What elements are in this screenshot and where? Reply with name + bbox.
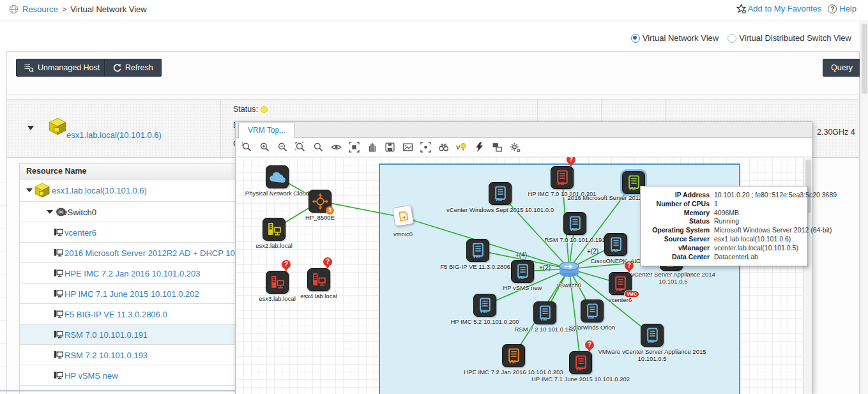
query-button[interactable]: Query xyxy=(823,59,861,77)
node-hpvsms[interactable]: VMHP vSMS new xyxy=(511,260,534,283)
view-radio-label-1[interactable]: Virtual Distributed Switch View xyxy=(739,33,851,43)
tree-label[interactable]: F5 BIG-IP VE 11.3.0.2806.0 xyxy=(65,309,167,319)
tree-row-2016-microsoft-server-2012r2-ad-dhcp-10-[interactable]: 2016 Microsoft Server 2012R2 AD + DHCP 1… xyxy=(20,243,238,263)
refresh-label: Refresh xyxy=(125,63,153,72)
tree-row-vswitch0[interactable]: vSwitch0 xyxy=(20,202,238,222)
host-cube-icon xyxy=(48,117,67,137)
tree-label[interactable]: RSM 7.2 10.101.0.193 xyxy=(65,350,148,360)
export-image-icon[interactable] xyxy=(402,141,414,153)
view-radio-label-0[interactable]: Virtual Network View xyxy=(643,33,719,43)
page-scrollbar[interactable] xyxy=(860,21,868,394)
tree-row-f5-big-ip-ve-11-3-0-2806-0[interactable]: F5 BIG-IP VE 11.3.0.2806.0 xyxy=(20,304,238,324)
fit-screen-icon[interactable] xyxy=(348,141,360,153)
node-esx4[interactable]: ?esx4.lab.local xyxy=(307,268,330,291)
help-link[interactable]: Help xyxy=(839,4,857,13)
breadcrumb: Resource > Virtual Network View xyxy=(9,4,147,14)
zoom-reset-icon[interactable]: 1 xyxy=(241,141,253,153)
node-vcsa2015[interactable]: VMVMware vCenter Server Appliance 2015 1… xyxy=(641,324,664,347)
vm-monitor-icon xyxy=(54,228,63,237)
node-cisco[interactable]: VMCiscoONEPK_AIO xyxy=(604,233,627,256)
view-radio-1[interactable] xyxy=(727,34,736,43)
tooltip-value: Microsoft Windows Server 2012 (64-bit) xyxy=(714,226,832,235)
add-to-favorites-link[interactable]: Add to My Favorites xyxy=(748,4,822,13)
tree-label[interactable]: vcenter6 xyxy=(65,227,96,237)
node-rsm70[interactable]: VMRSM 7.0 10.101.0.191 xyxy=(563,212,586,235)
tree-row-rsm-7-0-10-101-0-191[interactable]: RSM 7.0 10.101.0.191 xyxy=(20,324,238,345)
node-hpimc70[interactable]: VM?HP IMC 7.0 10.101.0.201 xyxy=(551,166,574,189)
node-hpeimc72-label: HPE IMC 7.2 Jan 2016 10.101.0.203 xyxy=(459,368,568,375)
node-esx3[interactable]: ?esx3.lab.local xyxy=(266,271,289,294)
tree-caret-icon[interactable] xyxy=(26,188,33,192)
node-f5[interactable]: VMF5 BIG-IP VE 11.3.0.2806.0 xyxy=(466,239,489,262)
host-name-link[interactable]: esx1.lab.local(10.101.0.6) xyxy=(66,130,162,140)
svg-text:VM: VM xyxy=(615,287,622,292)
node-solarwinds[interactable]: VMSolarwinds Orion xyxy=(581,299,604,322)
svg-text:VM: VM xyxy=(517,275,524,280)
bottom-divider xyxy=(0,390,236,391)
host-expand-caret[interactable] xyxy=(27,126,34,130)
breadcrumb-resource-link[interactable]: Resource xyxy=(22,4,58,14)
tree-label[interactable]: HP vSMS new xyxy=(65,370,118,380)
vm-monitor-icon xyxy=(54,330,63,339)
vm-monitor-icon xyxy=(54,248,63,257)
eye-icon[interactable] xyxy=(330,141,342,153)
node-esx2[interactable]: esx2.lab.local xyxy=(263,218,286,241)
node-esx4-icon xyxy=(307,268,330,291)
zoom-area-icon[interactable] xyxy=(294,141,307,153)
top-bar: Resource > Virtual Network View Add to M… xyxy=(0,0,868,20)
tree-label[interactable]: RSM 7.0 10.101.0.191 xyxy=(65,330,148,339)
node-cloud[interactable]: Physical Network Cloud xyxy=(266,165,289,188)
tip-bulb-icon[interactable]: V xyxy=(455,141,468,153)
node-hp8500e[interactable]: 3HP_8500E xyxy=(308,190,331,213)
tooltip-row-status: StatusRunning xyxy=(644,217,802,226)
settings-icon[interactable] xyxy=(509,141,521,153)
tree-label[interactable]: HPE IMC 7.2 Jan 2016 10.101.0.203 xyxy=(65,268,200,278)
node-hub[interactable]: vSwitch0 xyxy=(558,257,581,280)
tooltip-row-vmanager: vManagervcenter.lab.local(10.101.0.5) xyxy=(644,244,802,253)
node-hpimc71[interactable]: VM?HP IMC 7.1 June 2015 10.101.0.202 xyxy=(569,351,592,374)
unmanaged-host-label: Unmanaged Host xyxy=(38,63,100,72)
node-hpeimc72-icon: VM xyxy=(502,344,525,367)
focus-icon[interactable] xyxy=(420,141,432,153)
zoom-in-icon[interactable] xyxy=(259,141,271,153)
tree-label[interactable]: 2016 Microsoft Server 2012R2 AD + DHCP 1… xyxy=(65,248,238,257)
topology-toolbar: 1V xyxy=(236,138,812,157)
save-icon[interactable] xyxy=(384,141,396,153)
node-hpimc52-icon: VM xyxy=(473,294,496,317)
tree-row-esx1-lab-local-10-101-0-6[interactable]: esx1.lab.local(10.101.0.6) xyxy=(20,179,238,202)
node-rsm70-icon: VM xyxy=(563,212,586,235)
layout-icon[interactable] xyxy=(491,141,503,153)
host-cube-icon xyxy=(34,183,50,198)
node-rsm72[interactable]: VMRSM 7.2 10.101.0.193 xyxy=(533,301,556,324)
help-icon[interactable]: ? xyxy=(828,4,837,13)
unmanaged-host-button[interactable]: Unmanaged Host xyxy=(16,59,108,77)
node-hpeimc72[interactable]: VMHPE IMC 7.2 Jan 2016 10.101.0.203 xyxy=(502,344,525,367)
tree-row-vcenter6[interactable]: vcenter6 xyxy=(20,222,238,243)
refresh-icon xyxy=(112,63,121,72)
vrm-topology-tab[interactable]: VRM Top... xyxy=(238,123,295,138)
magnifier-icon[interactable] xyxy=(312,141,324,153)
zoom-out-icon[interactable] xyxy=(277,141,289,153)
tree-label[interactable]: esx1.lab.local(10.101.0.6) xyxy=(52,186,147,195)
tree-row-hpe-imc-7-2-jan-2016-10-101-0-203[interactable]: HPE IMC 7.2 Jan 2016 10.101.0.203 xyxy=(20,263,238,284)
lightning-icon[interactable] xyxy=(473,141,485,153)
tree-caret-icon[interactable] xyxy=(47,210,53,214)
tree-row-hp-imc-7-1-june-2015-10-101-0-202[interactable]: HP IMC 7.1 June 2015 10.101.0.202 xyxy=(20,284,238,304)
node-hpimc52[interactable]: VMHP IMC 5.2 10.101.0.200 xyxy=(473,294,496,317)
favorites-star-icon[interactable] xyxy=(736,4,747,13)
binoculars-icon[interactable] xyxy=(438,141,450,153)
tooltip-row-ip-address: IP Address10.101.0.20 ; fe80::512e:5ea3:… xyxy=(644,191,802,200)
node-vmnic0[interactable]: vmnic0 xyxy=(393,206,413,225)
tooltip-value: vcenter.lab.local(10.101.0.5) xyxy=(714,244,798,253)
tree-label[interactable]: HP IMC 7.1 June 2015 10.101.0.202 xyxy=(65,289,199,298)
svg-text:VM: VM xyxy=(647,338,654,344)
tree-row-rsm-7-2-10-101-0-193[interactable]: RSM 7.2 10.101.0.193 xyxy=(20,345,238,365)
vm-monitor-icon xyxy=(54,371,63,380)
vm-monitor-icon xyxy=(54,269,63,278)
tooltip-value: Running xyxy=(714,217,739,226)
refresh-button[interactable]: Refresh xyxy=(104,59,162,77)
view-radio-0[interactable] xyxy=(631,34,640,43)
node-hpvsms-icon: VM xyxy=(511,260,534,283)
tree-row-hp-vsms-new[interactable]: HP vSMS new xyxy=(20,365,238,386)
pan-hand-icon[interactable] xyxy=(366,141,378,153)
